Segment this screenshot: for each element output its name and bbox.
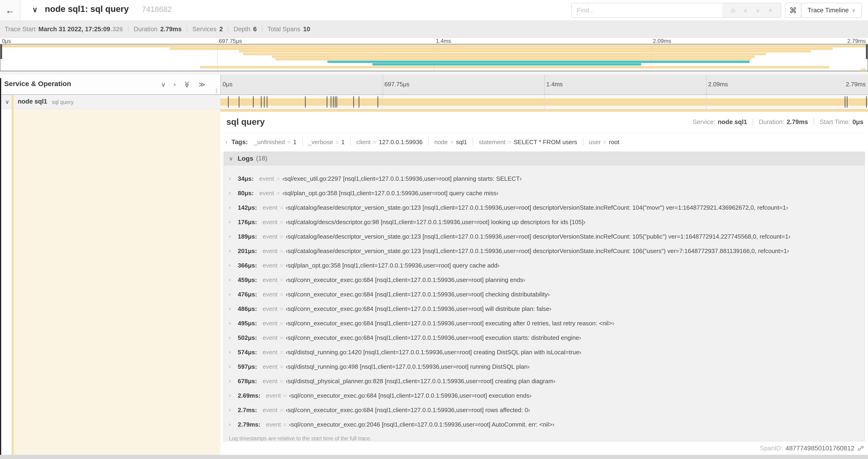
log-entry-row[interactable]: ›366μs:event=‹sql/plan_opt.go:358 [nsql1… <box>224 258 865 273</box>
log-expand-chevron-icon[interactable]: › <box>229 204 238 210</box>
log-entry-row[interactable]: ›495μs:event=‹sql/conn_executor_exec.go:… <box>224 316 865 330</box>
log-field-key: event <box>259 175 274 183</box>
log-field-key: event <box>262 233 277 240</box>
log-marker-tick[interactable] <box>228 96 229 107</box>
log-marker-tick[interactable] <box>331 96 331 107</box>
log-marker-tick[interactable] <box>377 96 378 107</box>
deep-link-icon[interactable] <box>857 445 864 452</box>
log-expand-chevron-icon[interactable]: › <box>229 364 238 370</box>
next-match-icon[interactable]: ∨ <box>755 7 760 14</box>
log-marker-tick[interactable] <box>264 96 265 107</box>
bottom-scrollbar-track[interactable] <box>0 455 868 459</box>
span-collapse-chevron-icon[interactable]: ∨ <box>5 99 9 105</box>
expand-all-icon[interactable]: ≫ <box>198 81 205 88</box>
log-marker-tick[interactable] <box>353 96 354 107</box>
log-field-key: event <box>262 204 277 211</box>
span-row-name-column[interactable]: ∨ node sql1 sql query <box>0 95 220 109</box>
log-entry-row[interactable]: ›142μs:event=‹sql/catalog/lease/descript… <box>224 200 865 215</box>
span-row[interactable]: ∨ node sql1 sql query <box>0 95 868 109</box>
collapse-one-icon[interactable]: ∨ <box>161 81 166 88</box>
trace-collapse-chevron-icon[interactable]: ∨ <box>32 5 37 14</box>
tag-item[interactable]: client=127.0.0.1:59936 <box>356 138 423 146</box>
log-expand-chevron-icon[interactable]: › <box>229 262 238 268</box>
depth-label: Depth <box>234 26 250 33</box>
log-entry-row[interactable]: ›201μs:event=‹sql/catalog/lease/descript… <box>224 244 865 258</box>
log-marker-tick[interactable] <box>239 96 239 107</box>
log-expand-chevron-icon[interactable]: › <box>229 407 238 413</box>
expand-one-icon[interactable]: › <box>174 81 176 88</box>
log-entry-row[interactable]: ›2.69ms:event=‹sql/conn_executor_exec.go… <box>224 388 865 403</box>
log-entry-row[interactable]: ›176μs:event=‹sql/catalog/descs/descript… <box>224 215 865 229</box>
log-entry-row[interactable]: ›34μs:event=‹sql/exec_util.go:2297 [nsql… <box>224 171 865 186</box>
log-expand-chevron-icon[interactable]: › <box>229 349 238 355</box>
log-expand-chevron-icon[interactable]: › <box>229 306 238 312</box>
log-marker-tick[interactable] <box>261 96 261 107</box>
log-expand-chevron-icon[interactable]: › <box>229 335 238 341</box>
minimap-tick-label: 2.09ms <box>653 38 671 44</box>
log-marker-tick[interactable] <box>327 96 328 107</box>
log-marker-tick[interactable] <box>847 96 847 107</box>
log-entry-row[interactable]: ›597μs:event=‹sql/distsql_running.go:498… <box>224 359 865 374</box>
tags-row[interactable]: › Tags: _unfinished=1_verbose=1client=12… <box>225 135 863 149</box>
minimap-canvas[interactable] <box>0 44 868 71</box>
start-time-value: 0μs <box>852 119 863 126</box>
log-entry-row[interactable]: ›502μs:event=‹sql/conn_executor_exec.go:… <box>224 330 865 345</box>
log-marker-tick[interactable] <box>333 96 334 107</box>
match-target-icon[interactable]: ◎ <box>730 7 736 14</box>
tag-item[interactable]: node=sql1 <box>434 138 467 146</box>
log-field-value: ‹sql/conn_executor_exec.go:684 [nsql1,cl… <box>286 320 614 327</box>
collapse-all-icon[interactable]: ≫ <box>183 81 191 88</box>
log-expand-chevron-icon[interactable]: › <box>229 320 238 326</box>
log-marker-tick[interactable] <box>866 96 867 107</box>
equals-sign: = <box>277 204 286 211</box>
log-entry-row[interactable]: ›80μs:event=‹sql/plan_opt.go:358 [nsql1,… <box>224 186 865 200</box>
log-entry-row[interactable]: ›678μs:event=‹sql/distsql_physical_plann… <box>224 374 865 388</box>
log-marker-tick[interactable] <box>337 96 337 107</box>
keyboard-shortcuts-button[interactable]: ⌘ <box>785 3 801 18</box>
minimap-left-handle[interactable] <box>0 44 2 59</box>
command-icon: ⌘ <box>789 6 797 15</box>
clear-search-icon[interactable]: ✕ <box>768 7 773 14</box>
logs-header[interactable]: ∨ Logs (18) <box>224 152 865 165</box>
log-expand-chevron-icon[interactable]: › <box>229 393 238 399</box>
tag-item[interactable]: statement=SELECT * FROM users <box>479 138 577 146</box>
log-marker-tick[interactable] <box>305 96 306 107</box>
log-marker-tick[interactable] <box>359 96 359 107</box>
back-button[interactable]: ← <box>0 0 21 21</box>
log-expand-chevron-icon[interactable]: › <box>229 190 238 196</box>
log-entry-row[interactable]: ›189μs:event=‹sql/catalog/lease/descript… <box>224 229 865 244</box>
log-entry-row[interactable]: ›2.7ms:event=‹sql/conn_executor_exec.go:… <box>224 403 865 417</box>
log-marker-tick[interactable] <box>845 96 845 107</box>
trace-view-selector[interactable]: Trace Timeline ∨ <box>801 3 862 18</box>
log-marker-tick[interactable] <box>253 96 254 107</box>
log-marker-tick[interactable] <box>335 96 336 107</box>
log-entry-row[interactable]: ›574μs:event=‹sql/distsql_running.go:142… <box>224 345 865 359</box>
log-expand-chevron-icon[interactable]: › <box>229 176 238 182</box>
log-expand-chevron-icon[interactable]: › <box>229 219 238 225</box>
minimap-right-handle[interactable] <box>866 44 868 59</box>
log-entry-row[interactable]: ›459μs:event=‹sql/conn_executor_exec.go:… <box>224 273 865 287</box>
find-input[interactable] <box>572 3 722 17</box>
tags-expand-chevron-icon[interactable]: › <box>225 139 227 145</box>
log-entry-row[interactable]: ›2.79ms:event=‹sql/conn_executor_exec.go… <box>224 417 865 432</box>
duration-label: Duration <box>134 26 157 33</box>
log-expand-chevron-icon[interactable]: › <box>229 277 238 283</box>
column-resize-grip[interactable]: ∥ <box>215 88 218 94</box>
log-marker-tick[interactable] <box>267 96 268 107</box>
prev-match-icon[interactable]: ∧ <box>743 7 748 14</box>
logs-collapse-chevron-icon[interactable]: ∨ <box>229 155 233 162</box>
tag-item[interactable]: user=root <box>589 138 620 146</box>
log-expand-chevron-icon[interactable]: › <box>229 421 238 428</box>
tag-item[interactable]: _verbose=1 <box>308 138 345 146</box>
trace-id: 7418682 <box>142 5 172 14</box>
tag-item[interactable]: _unfinished=1 <box>254 138 297 146</box>
log-timestamp: 366μs: <box>238 262 257 269</box>
log-entry-row[interactable]: ›486μs:event=‹sql/conn_executor_exec.go:… <box>224 302 865 316</box>
log-expand-chevron-icon[interactable]: › <box>229 248 238 254</box>
log-expand-chevron-icon[interactable]: › <box>229 233 238 239</box>
log-expand-chevron-icon[interactable]: › <box>229 378 238 384</box>
log-expand-chevron-icon[interactable]: › <box>229 291 238 297</box>
span-bar-track[interactable] <box>220 95 868 109</box>
log-entry-row[interactable]: ›476μs:event=‹sql/conn_executor_exec.go:… <box>224 287 865 302</box>
ruler-tick-label: 2.79ms <box>846 81 866 88</box>
